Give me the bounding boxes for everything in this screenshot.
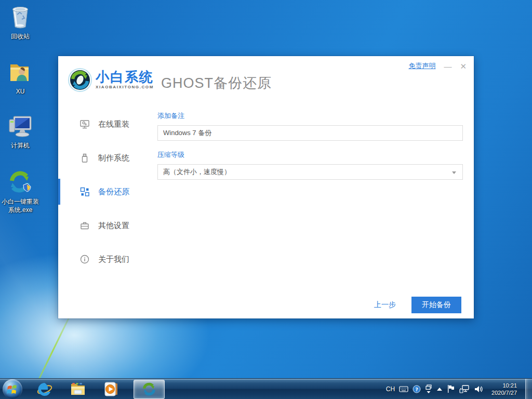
sidebar-item-label: 备份还原: [98, 187, 129, 197]
network-icon[interactable]: [459, 384, 470, 393]
media-player-icon: [103, 381, 119, 397]
desktop-icon-label: 回收站: [1, 32, 39, 41]
sidebar-item-label: 关于我们: [98, 255, 129, 264]
desktop-icon-xiaobai-exe[interactable]: 小白一键重装 系统.exe: [1, 169, 39, 214]
logo-subtitle: XIAOBAIXITONG.COM: [96, 85, 154, 89]
xiaobai-sync-icon: [142, 382, 156, 396]
xiaobai-sync-icon: [1, 169, 39, 196]
logo-text: 小白系统 XIAOBAIXITONG.COM: [96, 70, 154, 89]
recycle-bin-icon: [1, 4, 39, 31]
sidebar-item-backup-restore[interactable]: 备份还原: [58, 179, 157, 205]
info-icon: [79, 254, 90, 264]
taskbar-internet-explorer[interactable]: [31, 379, 59, 399]
usb-drive-icon: [79, 153, 90, 163]
monitor-reinstall-icon: [79, 119, 90, 129]
clock-date: 2020/7/27: [491, 389, 517, 396]
sidebar-item-about-us[interactable]: 关于我们: [58, 246, 157, 272]
system-tray: CH ?: [386, 379, 532, 399]
show-desktop-button[interactable]: [525, 379, 532, 399]
keyboard-icon[interactable]: [399, 385, 408, 393]
desktop-icon-recycle-bin[interactable]: 回收站: [1, 4, 39, 41]
volume-icon[interactable]: [474, 385, 483, 393]
backup-form: 添加备注 压缩等级 高（文件小，速度慢）: [157, 111, 463, 180]
compression-label: 压缩等级: [157, 150, 463, 159]
sidebar-item-online-reinstall[interactable]: 在线重装: [58, 111, 157, 137]
note-label: 添加备注: [157, 111, 463, 121]
logo-title: 小白系统: [96, 70, 154, 84]
desktop-wallpaper: 回收站 XU: [0, 0, 532, 399]
note-input[interactable]: [157, 125, 463, 141]
sidebar-item-label: 制作系统: [98, 153, 129, 163]
start-button[interactable]: [3, 379, 22, 399]
sidebar-nav: 在线重装 制作系统 备份还原: [58, 111, 157, 280]
desktop-icon-label: 小白一键重装: [1, 197, 39, 206]
backup-grid-icon: [79, 187, 90, 197]
xiaobai-ghost-backup-window: 免责声明 — ✕ 小白系统 XIAOBAIXITONG.COM: [58, 56, 474, 318]
compression-selected-value: 高（文件小，速度慢）: [163, 168, 231, 176]
sidebar-item-label: 在线重装: [98, 119, 129, 129]
taskbar: CH ?: [0, 378, 532, 399]
xiaobai-logo-icon: [68, 68, 92, 95]
computer-icon: [1, 113, 39, 140]
desktop-icon-label: XU: [1, 87, 39, 96]
window-expand-icon[interactable]: [425, 384, 432, 394]
taskbar-media-player[interactable]: [97, 379, 125, 399]
taskbar-file-explorer[interactable]: [64, 379, 92, 399]
taskbar-clock[interactable]: 10:21 2020/7/27: [491, 382, 517, 396]
desktop-icon-xu-folder[interactable]: XU: [1, 60, 39, 96]
sidebar-item-label: 其他设置: [98, 221, 129, 231]
page-title: GHOST备份还原: [161, 74, 272, 92]
sidebar-item-other-settings[interactable]: 其他设置: [58, 212, 157, 238]
compression-select[interactable]: 高（文件小，速度慢）: [157, 164, 463, 180]
chevron-down-icon: [452, 171, 456, 174]
windows-flag-icon: [7, 384, 18, 394]
help-icon[interactable]: ?: [413, 385, 421, 393]
internet-explorer-icon: [36, 381, 53, 397]
desktop-icon-label: 计算机: [1, 141, 39, 150]
window-header: 小白系统 XIAOBAIXITONG.COM GHOST备份还原: [58, 56, 474, 106]
taskbar-xiaobai-app-active[interactable]: [134, 380, 165, 399]
window-footer: 上一步 开始备份: [374, 297, 461, 313]
start-backup-button[interactable]: 开始备份: [411, 297, 461, 313]
folder-icon: [70, 382, 86, 396]
svg-text:?: ?: [415, 387, 418, 392]
show-hidden-icons[interactable]: [436, 387, 443, 392]
action-center-flag-icon[interactable]: [447, 384, 455, 393]
ime-indicator[interactable]: CH: [386, 385, 395, 393]
sidebar-item-make-system[interactable]: 制作系统: [58, 145, 157, 171]
user-folder-icon: [1, 60, 39, 86]
toolbox-icon: [79, 220, 90, 231]
clock-time: 10:21: [491, 382, 517, 389]
desktop-icon-computer[interactable]: 计算机: [1, 113, 39, 150]
back-button[interactable]: 上一步: [374, 300, 396, 310]
